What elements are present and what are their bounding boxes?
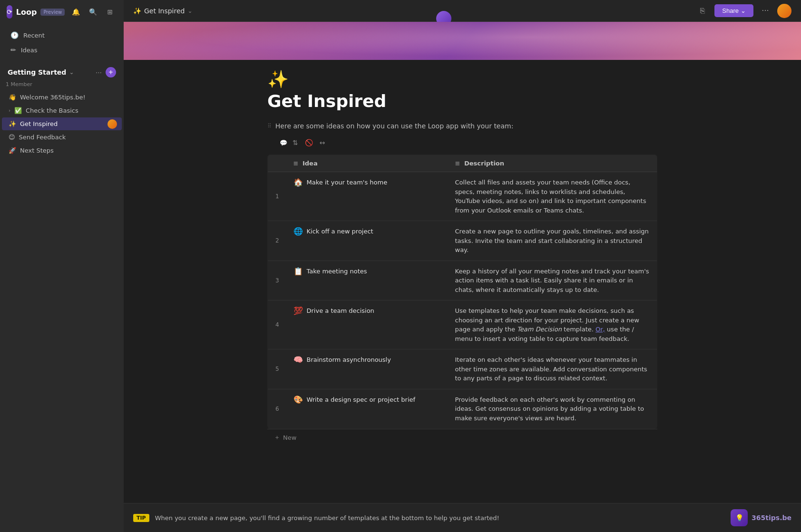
drag-handle[interactable]: ⠿ <box>267 123 272 129</box>
app-name: Loop <box>16 8 37 17</box>
row-desc-text-6: Provide feedback on each other's work by… <box>455 396 645 422</box>
workspace-name[interactable]: Getting Started ⌄ <box>8 68 74 76</box>
table-row: 3 📋 Take meeting notes Keep a history of… <box>268 261 657 300</box>
page-body: ✨ Get Inspired ⠿ Here are some ideas on … <box>248 60 676 474</box>
topbar-sparkle-icon: ✨ <box>133 7 141 15</box>
table-header-row: ≡ Idea ≡ Description <box>268 155 657 172</box>
sidebar-page-next-steps[interactable]: 🚀 Next Steps <box>2 144 122 157</box>
row-num-1: 1 <box>268 172 287 221</box>
row-idea-2[interactable]: 🌐 Kick off a new project <box>287 221 449 261</box>
grid-icon[interactable]: ⊞ <box>103 5 117 19</box>
row-idea-6[interactable]: 🎨 Write a design spec or project brief <box>287 389 449 429</box>
new-row-button[interactable]: ＋ New <box>267 429 657 445</box>
topbar-page-title[interactable]: ✨ Get Inspired ⌄ <box>133 7 192 15</box>
check-basics-icon: ✅ <box>14 107 22 114</box>
row-emoji-1: 🏠 <box>293 178 303 187</box>
row-idea-title-6: Write a design spec or project brief <box>307 396 416 403</box>
sidebar-page-get-inspired[interactable]: ✨ Get Inspired <box>2 117 122 130</box>
topbar-right: ⎘ Share ⌄ ··· <box>695 4 791 18</box>
copy-icon[interactable]: ⎘ <box>695 4 710 18</box>
workspace-menu-button[interactable]: ⋯ <box>94 68 104 77</box>
page-sparkle-icon: ✨ <box>267 69 657 89</box>
table-body: 1 🏠 Make it your team's home Collect all… <box>268 172 657 429</box>
notification-icon[interactable]: 🔔 <box>68 5 83 19</box>
row-emoji-5: 🧠 <box>293 355 303 364</box>
sidebar-page-welcome[interactable]: 👋 Welcome 365tips.be! <box>2 91 122 104</box>
row-desc-text-1: Collect all files and assets your team n… <box>455 179 646 214</box>
tip-bar: TIP When you create a new page, you'll f… <box>124 503 801 532</box>
row-emoji-6: 🎨 <box>293 395 303 404</box>
row-desc-3: Keep a history of all your meeting notes… <box>449 261 657 300</box>
toolbar-row: 💬 ⇅ 🚫 ↔ <box>268 137 657 148</box>
row-idea-4[interactable]: 💯 Drive a team decision <box>287 300 449 349</box>
ideas-table: ≡ Idea ≡ Description 1 <box>267 155 657 429</box>
desc-col-icon: ≡ <box>455 160 460 167</box>
sidebar-page-send-feedback-label: Send Feedback <box>19 134 66 141</box>
next-steps-icon: 🚀 <box>9 147 16 154</box>
sidebar-page-send-feedback[interactable]: 😊 Send Feedback <box>2 131 122 144</box>
sidebar-page-next-steps-label: Next Steps <box>20 147 54 154</box>
get-inspired-user-avatar <box>107 119 117 129</box>
user-avatar[interactable] <box>777 4 791 18</box>
page-banner <box>124 22 801 60</box>
sidebar-page-check-basics[interactable]: › ✅ Check the Basics <box>2 104 122 117</box>
link-or[interactable]: Or, <box>596 326 605 333</box>
sidebar-header: ⟳ Loop Preview 🔔 🔍 ⊞ <box>0 0 124 24</box>
table-col-idea: ≡ Idea <box>287 155 449 172</box>
sidebar: ⟳ Loop Preview 🔔 🔍 ⊞ 🕐 Recent ✏️ Ideas G… <box>0 0 124 532</box>
row-num-6: 6 <box>268 389 287 429</box>
tip-badge: TIP <box>133 514 149 522</box>
expand-icon[interactable]: ↔ <box>318 137 327 148</box>
row-emoji-3: 📋 <box>293 267 303 276</box>
search-icon[interactable]: 🔍 <box>86 5 100 19</box>
workspace-controls: ⋯ + <box>94 67 116 77</box>
row-emoji-4: 💯 <box>293 306 303 315</box>
tip-spacer <box>124 474 801 503</box>
share-button-label: Share <box>722 7 739 14</box>
sort-icon[interactable]: ⇅ <box>291 137 300 148</box>
row-idea-title-3: Take meeting notes <box>307 268 367 275</box>
row-num-4: 4 <box>268 300 287 349</box>
row-num-3: 3 <box>268 261 287 300</box>
recent-icon: 🕐 <box>10 31 19 39</box>
tip-text: When you create a new page, you'll find … <box>155 514 499 522</box>
italic-team-decision: Team Decision <box>517 326 562 333</box>
sidebar-page-get-inspired-label: Get Inspired <box>20 120 58 127</box>
sidebar-nav: 🕐 Recent ✏️ Ideas <box>0 24 124 61</box>
row-idea-3[interactable]: 📋 Take meeting notes <box>287 261 449 300</box>
send-feedback-icon: 😊 <box>9 134 15 141</box>
more-options-icon[interactable]: ··· <box>758 4 772 18</box>
preview-badge: Preview <box>40 9 65 16</box>
row-num-2: 2 <box>268 221 287 261</box>
filter-icon[interactable]: 🚫 <box>303 137 314 148</box>
tip-logo-text: 365tips.be <box>752 514 791 522</box>
row-desc-4: Use templates to help your team make dec… <box>449 300 657 349</box>
topbar-left: ✨ Get Inspired ⌄ <box>133 7 192 15</box>
description-text: Here are some ideas on how you can use t… <box>275 122 514 130</box>
table-col-idea-label: Idea <box>303 160 318 167</box>
row-desc-text-5: Iterate on each other's ideas whenever y… <box>455 356 647 382</box>
sidebar-item-recent[interactable]: 🕐 Recent <box>3 28 121 42</box>
row-desc-text-3: Keep a history of all your meeting notes… <box>455 268 649 293</box>
tip-logo[interactable]: 💡 365tips.be <box>731 509 791 526</box>
row-idea-5[interactable]: 🧠 Brainstorm asynchronously <box>287 349 449 389</box>
workspace-name-label: Getting Started <box>8 68 66 76</box>
row-desc-text-2: Create a new page to outline your goals,… <box>455 228 649 253</box>
row-idea-title-5: Brainstorm asynchronously <box>307 356 391 363</box>
row-idea-1[interactable]: 🏠 Make it your team's home <box>287 172 449 221</box>
sidebar-item-ideas[interactable]: ✏️ Ideas <box>3 43 121 57</box>
plus-icon: ＋ <box>274 433 280 442</box>
row-desc-6: Provide feedback on each other's work by… <box>449 389 657 429</box>
table-col-desc-label: Description <box>464 160 504 167</box>
workspace-add-button[interactable]: + <box>106 67 116 77</box>
get-inspired-icon: ✨ <box>9 120 16 127</box>
comment-icon[interactable]: 💬 <box>280 139 287 146</box>
share-button[interactable]: Share ⌄ <box>714 4 753 17</box>
table-col-desc: ≡ Description <box>449 155 657 172</box>
idea-col-icon: ≡ <box>293 160 299 167</box>
sidebar-item-ideas-label: Ideas <box>21 47 38 54</box>
table-row: 4 💯 Drive a team decision Use templates … <box>268 300 657 349</box>
topbar-title-label: Get Inspired <box>144 7 185 15</box>
row-idea-title-1: Make it your team's home <box>307 179 388 186</box>
page-area: ✨ Get Inspired ⠿ Here are some ideas on … <box>124 22 801 532</box>
